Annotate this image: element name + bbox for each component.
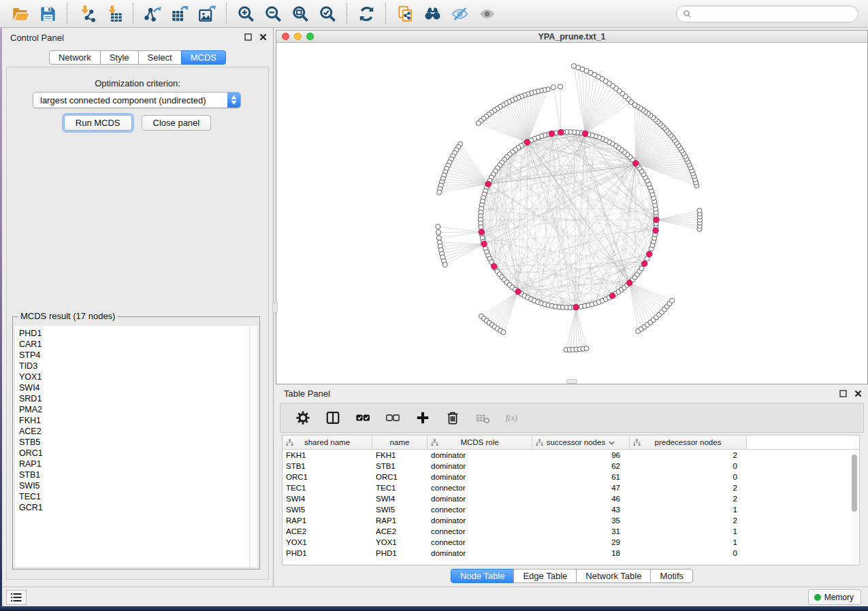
cell-mcds-role[interactable]: dominator (428, 493, 532, 504)
cell-successor-nodes[interactable]: 61 (532, 472, 630, 482)
mcds-result-item[interactable]: PMA2 (15, 404, 257, 415)
cell-name[interactable]: RAP1 (372, 515, 428, 526)
float-panel-icon[interactable] (244, 33, 253, 42)
cell-name[interactable]: SWI4 (372, 493, 428, 504)
clone-network-icon[interactable] (391, 2, 419, 25)
tab-node-table[interactable]: Node Table (451, 569, 515, 583)
table-scrollbar[interactable] (850, 452, 858, 563)
zoom-selected-icon[interactable] (314, 2, 341, 25)
cell-successor-nodes[interactable]: 62 (532, 461, 630, 472)
cell-mcds-role[interactable]: connector (428, 526, 532, 537)
open-session-icon[interactable] (7, 2, 34, 25)
close-table-panel-icon[interactable] (854, 389, 863, 398)
table-row[interactable]: STB1STB1dominator620 (283, 461, 859, 472)
horizontal-splitter-grip[interactable] (566, 379, 577, 384)
zoom-in-icon[interactable] (232, 2, 259, 25)
close-window-icon[interactable] (282, 33, 289, 40)
cell-successor-nodes[interactable]: 47 (532, 482, 630, 493)
cell-predecessor-nodes[interactable]: 2 (630, 450, 747, 461)
cell-mcds-role[interactable]: connector (428, 537, 532, 548)
network-window-titlebar[interactable]: YPA_prune.txt_1 (276, 31, 867, 43)
mcds-result-item[interactable]: STB1 (15, 469, 257, 480)
mcds-result-item[interactable]: FKH1 (15, 415, 257, 426)
add-column-icon[interactable] (411, 407, 434, 429)
table-scrollbar-thumb[interactable] (852, 455, 857, 512)
tab-select[interactable]: Select (138, 50, 182, 65)
cell-predecessor-nodes[interactable]: 0 (630, 461, 747, 472)
cell-name[interactable]: STB1 (372, 461, 428, 472)
show-all-icon[interactable] (473, 2, 500, 25)
show-columns-icon[interactable] (321, 407, 344, 429)
mcds-result-item[interactable]: TEC1 (15, 491, 257, 502)
cell-shared-name[interactable]: SWI5 (283, 504, 372, 515)
column-header-mcds-role[interactable]: MCDS role (428, 435, 532, 449)
cell-predecessor-nodes[interactable]: 2 (630, 515, 747, 526)
close-panel-icon[interactable] (259, 33, 268, 42)
mcds-result-item[interactable]: RAP1 (15, 459, 257, 469)
run-mcds-button[interactable]: Run MCDS (64, 115, 132, 131)
deselect-all-icon[interactable] (381, 407, 404, 429)
table-row[interactable]: PHD1PHD1dominator180 (283, 548, 859, 559)
delete-column-icon[interactable] (441, 407, 464, 429)
cell-successor-nodes[interactable]: 31 (532, 526, 630, 537)
export-network-icon[interactable] (139, 2, 166, 25)
mcds-result-item[interactable]: STP4 (15, 350, 257, 361)
table-row[interactable]: SWI4SWI4dominator462 (283, 493, 859, 504)
mcds-result-item[interactable]: STB5 (15, 437, 257, 448)
refresh-icon[interactable] (353, 2, 380, 25)
cell-predecessor-nodes[interactable]: 0 (630, 472, 747, 482)
minimize-window-icon[interactable] (294, 33, 302, 40)
table-settings-icon[interactable] (291, 407, 315, 429)
mcds-result-item[interactable]: ORC1 (15, 448, 257, 459)
cell-mcds-role[interactable]: dominator (428, 548, 532, 559)
vertical-splitter-grip[interactable] (272, 302, 278, 313)
search-field[interactable] (676, 5, 858, 22)
cell-predecessor-nodes[interactable]: 1 (630, 537, 747, 548)
cell-name[interactable]: YOX1 (372, 537, 428, 548)
export-table-icon[interactable] (166, 2, 193, 25)
network-canvas[interactable] (276, 43, 867, 384)
mcds-result-item[interactable]: YOX1 (15, 371, 257, 382)
table-row[interactable]: FKH1FKH1dominator962 (283, 450, 859, 461)
table-row[interactable]: ACE2ACE2connector311 (283, 526, 859, 537)
cell-shared-name[interactable]: ORC1 (283, 472, 372, 482)
mcds-result-item[interactable]: CAR1 (15, 339, 257, 350)
column-header-successor-nodes[interactable]: successor nodes (532, 435, 630, 449)
save-session-icon[interactable] (34, 2, 61, 25)
table-row[interactable]: SWI5SWI5connector431 (283, 504, 859, 515)
mcds-result-item[interactable]: PHD1 (15, 328, 257, 339)
cell-mcds-role[interactable]: dominator (428, 461, 532, 472)
float-table-panel-icon[interactable] (839, 389, 848, 398)
select-all-icon[interactable] (351, 407, 374, 429)
hide-selected-icon[interactable] (446, 2, 473, 25)
cell-name[interactable]: FKH1 (372, 450, 428, 461)
export-image-icon[interactable] (193, 2, 221, 25)
mcds-result-item[interactable]: SRD1 (15, 393, 257, 404)
tab-edge-table[interactable]: Edge Table (513, 569, 577, 583)
import-network-icon[interactable] (73, 2, 100, 25)
cell-mcds-role[interactable]: connector (428, 482, 532, 493)
zoom-fit-icon[interactable] (287, 2, 314, 25)
cell-successor-nodes[interactable]: 43 (532, 504, 630, 515)
mcds-result-item[interactable]: SWI5 (15, 480, 257, 491)
cell-shared-name[interactable]: FKH1 (283, 450, 372, 461)
tab-motifs[interactable]: Motifs (650, 569, 693, 583)
maximize-window-icon[interactable] (306, 33, 314, 40)
task-history-button[interactable] (6, 590, 27, 605)
mcds-result-list[interactable]: PHD1CAR1STP4TID3YOX1SWI4SRD1PMA2FKH1ACE2… (15, 326, 257, 567)
node-table[interactable]: shared namenameMCDS rolesuccessor nodesp… (282, 435, 860, 565)
memory-button[interactable]: Memory (808, 589, 861, 605)
cell-predecessor-nodes[interactable]: 1 (630, 504, 747, 515)
network-graph[interactable] (276, 43, 867, 384)
tab-network-table[interactable]: Network Table (576, 569, 651, 583)
cell-successor-nodes[interactable]: 29 (532, 537, 630, 548)
cell-successor-nodes[interactable]: 96 (532, 450, 630, 461)
cell-name[interactable]: PHD1 (372, 548, 428, 559)
cell-successor-nodes[interactable]: 46 (532, 493, 630, 504)
cell-shared-name[interactable]: STB1 (283, 461, 372, 472)
cell-predecessor-nodes[interactable]: 2 (630, 482, 747, 493)
cell-name[interactable]: TEC1 (372, 482, 428, 493)
tab-style[interactable]: Style (100, 50, 139, 65)
mcds-list-scrollbar[interactable] (249, 326, 257, 567)
mcds-result-item[interactable]: ACE2 (15, 426, 257, 437)
